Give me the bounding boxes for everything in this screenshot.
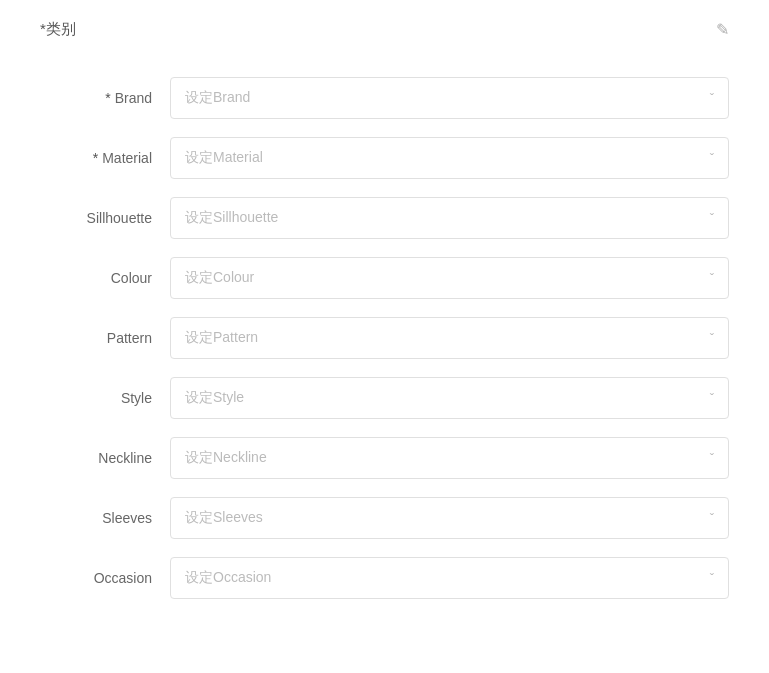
dropdown-brand[interactable]: 设定Brandˇ [170, 77, 729, 119]
form-row-colour: Colour设定Colourˇ [40, 257, 729, 299]
form-row-pattern: Pattern设定Patternˇ [40, 317, 729, 359]
chevron-icon-material: ˇ [710, 151, 714, 166]
category-header: *类别 ✎ [40, 20, 729, 49]
placeholder-sleeves: 设定Sleeves [185, 509, 263, 527]
chevron-icon-brand: ˇ [710, 91, 714, 106]
chevron-icon-neckline: ˇ [710, 451, 714, 466]
chevron-icon-colour: ˇ [710, 271, 714, 286]
dropdown-neckline[interactable]: 设定Necklineˇ [170, 437, 729, 479]
form-row-material: Material设定Materialˇ [40, 137, 729, 179]
label-style: Style [40, 390, 170, 406]
placeholder-occasion: 设定Occasion [185, 569, 271, 587]
label-sleeves: Sleeves [40, 510, 170, 526]
dropdown-style[interactable]: 设定Styleˇ [170, 377, 729, 419]
form-row-sleeves: Sleeves设定Sleevesˇ [40, 497, 729, 539]
placeholder-colour: 设定Colour [185, 269, 254, 287]
edit-icon[interactable]: ✎ [716, 20, 729, 39]
page-container: *类别 ✎ Brand设定BrandˇMaterial设定MaterialˇSi… [0, 0, 769, 637]
label-sillhouette: Sillhouette [40, 210, 170, 226]
chevron-icon-sillhouette: ˇ [710, 211, 714, 226]
chevron-icon-occasion: ˇ [710, 571, 714, 586]
chevron-icon-sleeves: ˇ [710, 511, 714, 526]
dropdown-colour[interactable]: 设定Colourˇ [170, 257, 729, 299]
placeholder-pattern: 设定Pattern [185, 329, 258, 347]
label-neckline: Neckline [40, 450, 170, 466]
form-row-brand: Brand设定Brandˇ [40, 77, 729, 119]
dropdown-sillhouette[interactable]: 设定Sillhouetteˇ [170, 197, 729, 239]
form-row-occasion: Occasion设定Occasionˇ [40, 557, 729, 599]
placeholder-brand: 设定Brand [185, 89, 250, 107]
dropdown-pattern[interactable]: 设定Patternˇ [170, 317, 729, 359]
form-row-style: Style设定Styleˇ [40, 377, 729, 419]
form-fields: Brand设定BrandˇMaterial设定MaterialˇSillhoue… [40, 77, 729, 599]
placeholder-material: 设定Material [185, 149, 263, 167]
category-label: *类别 [40, 20, 76, 39]
placeholder-style: 设定Style [185, 389, 244, 407]
label-occasion: Occasion [40, 570, 170, 586]
form-row-sillhouette: Sillhouette设定Sillhouetteˇ [40, 197, 729, 239]
label-pattern: Pattern [40, 330, 170, 346]
chevron-icon-style: ˇ [710, 391, 714, 406]
label-colour: Colour [40, 270, 170, 286]
chevron-icon-pattern: ˇ [710, 331, 714, 346]
placeholder-sillhouette: 设定Sillhouette [185, 209, 278, 227]
dropdown-occasion[interactable]: 设定Occasionˇ [170, 557, 729, 599]
label-material: Material [40, 150, 170, 166]
placeholder-neckline: 设定Neckline [185, 449, 267, 467]
dropdown-material[interactable]: 设定Materialˇ [170, 137, 729, 179]
label-brand: Brand [40, 90, 170, 106]
dropdown-sleeves[interactable]: 设定Sleevesˇ [170, 497, 729, 539]
form-row-neckline: Neckline设定Necklineˇ [40, 437, 729, 479]
